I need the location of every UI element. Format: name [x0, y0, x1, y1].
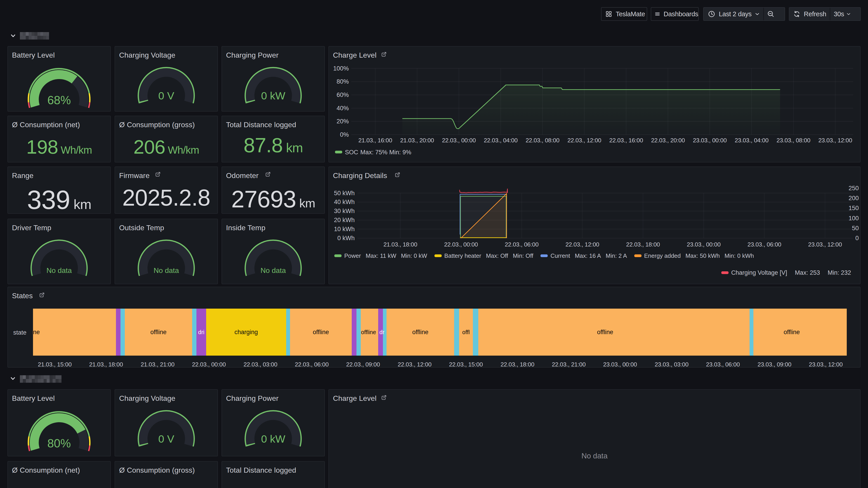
svg-text:No data: No data — [153, 266, 179, 274]
svg-text:100: 100 — [848, 215, 859, 222]
svg-text:20 kWh: 20 kWh — [334, 217, 355, 223]
svg-text:23.03., 12:00: 23.03., 12:00 — [818, 137, 852, 144]
svg-text:SOC: SOC — [345, 149, 358, 156]
svg-text:22.03., 08:00: 22.03., 08:00 — [526, 137, 559, 144]
svg-text:10 kWh: 10 kWh — [334, 226, 355, 232]
svg-text:Max: 75%: Max: 75% — [360, 149, 388, 156]
svg-text:0%: 0% — [340, 131, 349, 138]
svg-text:0 kWh: 0 kWh — [337, 235, 355, 241]
svg-text:22.03., 06:00: 22.03., 06:00 — [505, 241, 539, 248]
svg-text:22.03., 16:00: 22.03., 16:00 — [609, 137, 643, 144]
svg-text:23.03., 12:00: 23.03., 12:00 — [808, 241, 842, 248]
svg-text:200: 200 — [848, 195, 859, 201]
svg-text:22.03., 18:00: 22.03., 18:00 — [626, 241, 660, 248]
svg-text:150: 150 — [848, 205, 859, 212]
svg-text:21.03., 18:00: 21.03., 18:00 — [383, 241, 417, 248]
svg-text:100%: 100% — [333, 65, 349, 72]
svg-text:50 kWh: 50 kWh — [334, 190, 355, 197]
svg-text:68%: 68% — [47, 94, 71, 107]
svg-text:0 kW: 0 kW — [261, 90, 285, 102]
svg-text:23.03., 00:00: 23.03., 00:00 — [687, 241, 721, 248]
svg-text:40%: 40% — [337, 105, 349, 111]
svg-text:250: 250 — [848, 185, 859, 192]
svg-text:23.03., 04:00: 23.03., 04:00 — [735, 137, 769, 144]
svg-text:21.03., 20:00: 21.03., 20:00 — [400, 137, 434, 144]
svg-text:60%: 60% — [337, 92, 349, 98]
svg-text:40 kWh: 40 kWh — [334, 199, 355, 205]
svg-text:22.03., 12:00: 22.03., 12:00 — [565, 241, 599, 248]
svg-text:22.03., 00:00: 22.03., 00:00 — [442, 137, 476, 144]
svg-text:0: 0 — [855, 235, 859, 241]
svg-text:80%: 80% — [47, 437, 71, 450]
svg-text:23.03., 00:00: 23.03., 00:00 — [693, 137, 727, 144]
svg-text:No data: No data — [46, 266, 72, 274]
svg-text:23.03., 06:00: 23.03., 06:00 — [747, 241, 781, 248]
svg-text:22.03., 04:00: 22.03., 04:00 — [484, 137, 518, 144]
svg-text:0 kW: 0 kW — [261, 433, 285, 445]
svg-text:30 kWh: 30 kWh — [334, 207, 355, 215]
svg-text:0 V: 0 V — [158, 433, 174, 445]
svg-text:23.03., 08:00: 23.03., 08:00 — [776, 137, 810, 144]
svg-text:20%: 20% — [337, 118, 349, 125]
svg-text:Min: 9%: Min: 9% — [389, 149, 411, 156]
svg-text:22.03., 00:00: 22.03., 00:00 — [444, 241, 478, 248]
svg-text:80%: 80% — [337, 78, 349, 85]
svg-text:50: 50 — [852, 225, 859, 232]
svg-text:No data: No data — [260, 266, 286, 274]
svg-text:21.03., 16:00: 21.03., 16:00 — [358, 137, 392, 144]
svg-text:22.03., 12:00: 22.03., 12:00 — [567, 137, 601, 144]
svg-text:22.03., 20:00: 22.03., 20:00 — [651, 137, 685, 144]
svg-text:0 V: 0 V — [158, 90, 174, 102]
